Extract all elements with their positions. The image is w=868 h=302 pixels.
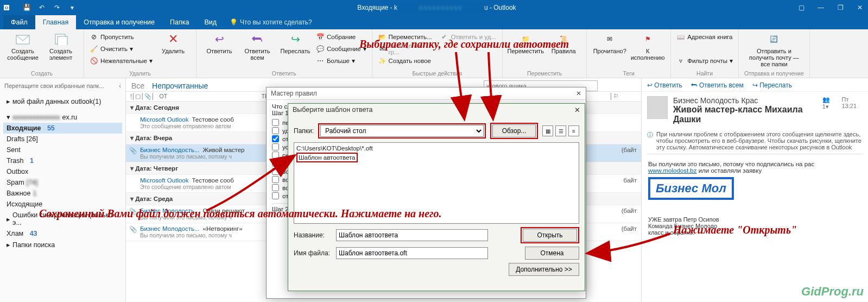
- name-label: Название:: [294, 231, 332, 239]
- new-items-icon: [53, 32, 68, 47]
- ribbon-group-delete: Удалить: [90, 69, 191, 77]
- read-icon: ✉: [602, 32, 617, 47]
- open-button[interactable]: Открыть: [523, 229, 577, 242]
- mark-read-button[interactable]: ✉Прочитано?: [592, 32, 627, 54]
- body-link[interactable]: www.molodost.bz: [648, 167, 696, 174]
- nav-outgoing[interactable]: Исходящие: [3, 199, 122, 210]
- reply-all-icon: ⮪: [250, 32, 265, 47]
- im-quick-icon: ✉: [378, 45, 387, 53]
- tab-folder[interactable]: Папка: [162, 15, 197, 29]
- quick-im-button[interactable]: ✉Сообщение гр...: [378, 43, 435, 54]
- title-bar: O 💾 ↶ ↷ ▾ Входящие - kxxxxxxxxxxu - Outl…: [0, 0, 868, 15]
- reading-pane: ↩ Ответить ⮪ Ответить всем ↪ Переслать Б…: [642, 78, 868, 302]
- tab-home[interactable]: Главная: [35, 15, 77, 29]
- cleanup-button[interactable]: 🧹Очистить▾: [90, 43, 153, 54]
- qat-redo-icon[interactable]: ↷: [52, 3, 62, 12]
- quick-reply-del-button[interactable]: ✔Ответить и уд...: [440, 32, 497, 42]
- qat-customize-icon[interactable]: ▾: [67, 3, 77, 12]
- nav-datafile[interactable]: ▸ мой файл данных outlook(1): [3, 96, 122, 107]
- view-details-icon[interactable]: ≡: [568, 125, 579, 136]
- tab-send-receive[interactable]: Отправка и получение: [76, 15, 162, 29]
- dlg1-close-icon[interactable]: ✕: [576, 90, 581, 97]
- read-reply-button[interactable]: ↩ Ответить: [647, 81, 682, 89]
- reply-button[interactable]: ↩Ответить: [202, 32, 237, 54]
- followup-button[interactable]: ⚑К исполнению: [630, 32, 665, 61]
- ribbon-group-respond: Ответить: [202, 69, 366, 77]
- nav-junk2[interactable]: Хлам 43: [3, 228, 122, 239]
- svg-rect-5: [58, 36, 67, 45]
- reply-icon: ↩: [212, 32, 227, 47]
- attachment-icon: 📎: [129, 147, 137, 154]
- new-mail-button[interactable]: Создать сообщение: [5, 32, 40, 61]
- meeting-button[interactable]: 📅Собрание: [316, 32, 366, 42]
- nav-drafts[interactable]: Drafts [26]: [3, 134, 122, 144]
- template-name-input[interactable]: [336, 229, 488, 241]
- cleanup-icon: 🧹: [90, 45, 98, 53]
- cancel-button[interactable]: Отмена: [525, 247, 579, 260]
- file-list[interactable]: C:\Users\KOT\Desktop\*.oft Шаблон автоот…: [294, 142, 579, 224]
- info-icon: ⓘ: [647, 131, 653, 150]
- im-button[interactable]: 💬Сообщение▾: [316, 43, 366, 54]
- ribbon-group-quick: Быстрые действия: [378, 69, 497, 77]
- im-icon: 💬: [316, 45, 325, 53]
- junk-button[interactable]: 🚫Нежелательные▾: [90, 55, 153, 66]
- quick-move-button[interactable]: 📂Переместить...: [378, 32, 435, 42]
- send-receive-all-button[interactable]: 🔄 Отправить и получить почту — все папки: [744, 32, 804, 67]
- read-body: Вы получили это письмо, потому что подпи…: [642, 158, 868, 239]
- nav-account[interactable]: ▾ xxxxxxxxxxxxxxex.ru: [3, 111, 122, 123]
- template-file-item[interactable]: Шаблон автоответа: [296, 153, 358, 162]
- minimize-icon[interactable]: —: [816, 4, 826, 11]
- view-large-icon[interactable]: ▦: [542, 125, 553, 136]
- nav-important[interactable]: Важное 1: [3, 188, 122, 199]
- nav-sent[interactable]: Sent: [3, 144, 122, 155]
- blocked-images-warning[interactable]: ⓘПри наличии проблем с отображением этог…: [647, 131, 863, 150]
- filter-mail-button[interactable]: ▿Фильтр почты▾: [676, 55, 733, 66]
- forward-button[interactable]: ↪Переслать: [278, 32, 313, 54]
- dlg2-close-icon[interactable]: ✕: [574, 106, 580, 114]
- tab-view[interactable]: Вид: [197, 15, 224, 29]
- folders-label: Папки:: [294, 127, 314, 135]
- delete-button[interactable]: ✕ Удалить: [156, 32, 191, 54]
- tab-file[interactable]: Файл: [3, 15, 35, 29]
- advanced-button[interactable]: Дополнительно >>: [509, 263, 579, 276]
- delete-icon: ✕: [166, 32, 181, 47]
- nav-search-folders[interactable]: ▸ Папки поиска: [3, 239, 122, 250]
- filter-all[interactable]: Все: [131, 81, 144, 90]
- close-icon[interactable]: ✕: [855, 4, 865, 11]
- nav-spam[interactable]: Spam [74]: [3, 177, 122, 188]
- nav-trash[interactable]: Trash 1: [3, 155, 122, 166]
- tell-me-search[interactable]: 💡 Что вы хотите сделать?: [230, 15, 312, 29]
- new-items-button[interactable]: Создать элемент: [43, 32, 78, 61]
- addrbook-icon: 📖: [676, 33, 685, 41]
- qat-save-icon[interactable]: 💾: [22, 3, 31, 12]
- folder-select[interactable]: Рабочий стол: [320, 125, 484, 137]
- address-book-button[interactable]: 📖Адресная книга: [676, 32, 733, 42]
- rules-button[interactable]: 📜Правила: [546, 32, 581, 54]
- nav-outbox[interactable]: Outbox: [3, 166, 122, 177]
- ignore-button[interactable]: ⊘Пропустить: [90, 32, 153, 42]
- browse-button[interactable]: Обзор...: [492, 124, 536, 137]
- people-count[interactable]: 👥 1▾: [822, 96, 837, 110]
- read-forward-button[interactable]: ↪ Переслать: [752, 81, 792, 89]
- window-title: Входящие - kxxxxxxxxxxu - Outlook: [77, 4, 796, 11]
- ribbon-options-icon[interactable]: ▢: [796, 4, 806, 11]
- move-button[interactable]: 📁Переместить: [508, 32, 543, 54]
- more-icon: ⋯: [316, 56, 325, 65]
- nav-inbox[interactable]: Входящие 55: [3, 123, 122, 134]
- read-reply-all-button[interactable]: ⮪ Ответить всем: [691, 81, 744, 89]
- quick-new-button[interactable]: ✨Создать новое: [378, 55, 435, 66]
- qat-undo-icon[interactable]: ↶: [37, 3, 47, 12]
- filter-unread[interactable]: Непрочитанные: [152, 81, 208, 90]
- watermark: GidProg.ru: [801, 285, 864, 299]
- more-respond-button[interactable]: ⋯Больше▾: [316, 55, 366, 66]
- nav-sync-errors[interactable]: ▸ Ошибки синхронизации (только э...: [3, 210, 122, 228]
- junk-icon: 🚫: [90, 56, 98, 65]
- favorites-hint: Перетащите свои избранные папк...‹: [3, 80, 122, 91]
- attachment-icon: 📎: [129, 207, 137, 215]
- new-mail-icon: [15, 32, 30, 47]
- view-list-icon[interactable]: ☰: [555, 125, 566, 136]
- template-filename-input[interactable]: [336, 247, 488, 259]
- move-icon: 📁: [518, 32, 533, 47]
- maximize-icon[interactable]: ❐: [835, 4, 845, 11]
- reply-all-button[interactable]: ⮪Ответить всем: [240, 32, 275, 61]
